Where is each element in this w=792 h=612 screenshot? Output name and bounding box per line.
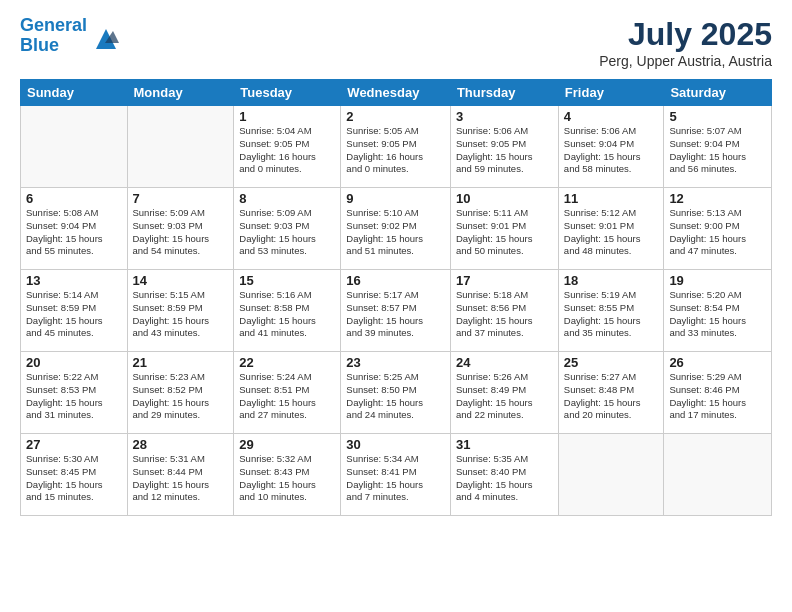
- calendar-cell: [21, 106, 128, 188]
- day-info: Sunrise: 5:10 AMSunset: 9:02 PMDaylight:…: [346, 207, 445, 258]
- weekday-header-saturday: Saturday: [664, 80, 772, 106]
- day-info: Sunrise: 5:18 AMSunset: 8:56 PMDaylight:…: [456, 289, 553, 340]
- calendar-cell: 10Sunrise: 5:11 AMSunset: 9:01 PMDayligh…: [450, 188, 558, 270]
- day-number: 20: [26, 355, 122, 370]
- day-number: 3: [456, 109, 553, 124]
- calendar-cell: 13Sunrise: 5:14 AMSunset: 8:59 PMDayligh…: [21, 270, 128, 352]
- day-info: Sunrise: 5:26 AMSunset: 8:49 PMDaylight:…: [456, 371, 553, 422]
- calendar-cell: 3Sunrise: 5:06 AMSunset: 9:05 PMDaylight…: [450, 106, 558, 188]
- calendar-table: SundayMondayTuesdayWednesdayThursdayFrid…: [20, 79, 772, 516]
- day-info: Sunrise: 5:04 AMSunset: 9:05 PMDaylight:…: [239, 125, 335, 176]
- day-info: Sunrise: 5:22 AMSunset: 8:53 PMDaylight:…: [26, 371, 122, 422]
- day-info: Sunrise: 5:16 AMSunset: 8:58 PMDaylight:…: [239, 289, 335, 340]
- calendar-cell: 15Sunrise: 5:16 AMSunset: 8:58 PMDayligh…: [234, 270, 341, 352]
- day-info: Sunrise: 5:27 AMSunset: 8:48 PMDaylight:…: [564, 371, 659, 422]
- day-number: 29: [239, 437, 335, 452]
- day-info: Sunrise: 5:17 AMSunset: 8:57 PMDaylight:…: [346, 289, 445, 340]
- calendar-cell: [664, 434, 772, 516]
- calendar-cell: 18Sunrise: 5:19 AMSunset: 8:55 PMDayligh…: [558, 270, 664, 352]
- week-row-2: 6Sunrise: 5:08 AMSunset: 9:04 PMDaylight…: [21, 188, 772, 270]
- day-info: Sunrise: 5:30 AMSunset: 8:45 PMDaylight:…: [26, 453, 122, 504]
- day-number: 7: [133, 191, 229, 206]
- day-number: 4: [564, 109, 659, 124]
- calendar-cell: 5Sunrise: 5:07 AMSunset: 9:04 PMDaylight…: [664, 106, 772, 188]
- weekday-header-friday: Friday: [558, 80, 664, 106]
- day-info: Sunrise: 5:24 AMSunset: 8:51 PMDaylight:…: [239, 371, 335, 422]
- day-info: Sunrise: 5:34 AMSunset: 8:41 PMDaylight:…: [346, 453, 445, 504]
- calendar-cell: 9Sunrise: 5:10 AMSunset: 9:02 PMDaylight…: [341, 188, 451, 270]
- week-row-4: 20Sunrise: 5:22 AMSunset: 8:53 PMDayligh…: [21, 352, 772, 434]
- day-number: 16: [346, 273, 445, 288]
- header: General Blue July 2025 Perg, Upper Austr…: [20, 16, 772, 69]
- calendar-cell: 26Sunrise: 5:29 AMSunset: 8:46 PMDayligh…: [664, 352, 772, 434]
- title-area: July 2025 Perg, Upper Austria, Austria: [599, 16, 772, 69]
- logo-icon: [91, 21, 121, 51]
- calendar-cell: 8Sunrise: 5:09 AMSunset: 9:03 PMDaylight…: [234, 188, 341, 270]
- calendar-cell: 21Sunrise: 5:23 AMSunset: 8:52 PMDayligh…: [127, 352, 234, 434]
- calendar-cell: 1Sunrise: 5:04 AMSunset: 9:05 PMDaylight…: [234, 106, 341, 188]
- week-row-3: 13Sunrise: 5:14 AMSunset: 8:59 PMDayligh…: [21, 270, 772, 352]
- day-info: Sunrise: 5:06 AMSunset: 9:04 PMDaylight:…: [564, 125, 659, 176]
- calendar-cell: 19Sunrise: 5:20 AMSunset: 8:54 PMDayligh…: [664, 270, 772, 352]
- location: Perg, Upper Austria, Austria: [599, 53, 772, 69]
- day-info: Sunrise: 5:20 AMSunset: 8:54 PMDaylight:…: [669, 289, 766, 340]
- day-number: 18: [564, 273, 659, 288]
- weekday-header-row: SundayMondayTuesdayWednesdayThursdayFrid…: [21, 80, 772, 106]
- week-row-5: 27Sunrise: 5:30 AMSunset: 8:45 PMDayligh…: [21, 434, 772, 516]
- weekday-header-wednesday: Wednesday: [341, 80, 451, 106]
- calendar-cell: 31Sunrise: 5:35 AMSunset: 8:40 PMDayligh…: [450, 434, 558, 516]
- day-info: Sunrise: 5:15 AMSunset: 8:59 PMDaylight:…: [133, 289, 229, 340]
- logo-text: General Blue: [20, 16, 87, 56]
- day-info: Sunrise: 5:06 AMSunset: 9:05 PMDaylight:…: [456, 125, 553, 176]
- day-number: 15: [239, 273, 335, 288]
- calendar-cell: 30Sunrise: 5:34 AMSunset: 8:41 PMDayligh…: [341, 434, 451, 516]
- day-number: 27: [26, 437, 122, 452]
- day-number: 25: [564, 355, 659, 370]
- week-row-1: 1Sunrise: 5:04 AMSunset: 9:05 PMDaylight…: [21, 106, 772, 188]
- day-number: 9: [346, 191, 445, 206]
- day-info: Sunrise: 5:09 AMSunset: 9:03 PMDaylight:…: [239, 207, 335, 258]
- day-number: 1: [239, 109, 335, 124]
- calendar-cell: 24Sunrise: 5:26 AMSunset: 8:49 PMDayligh…: [450, 352, 558, 434]
- day-number: 23: [346, 355, 445, 370]
- calendar-cell: 4Sunrise: 5:06 AMSunset: 9:04 PMDaylight…: [558, 106, 664, 188]
- day-info: Sunrise: 5:08 AMSunset: 9:04 PMDaylight:…: [26, 207, 122, 258]
- calendar-cell: 2Sunrise: 5:05 AMSunset: 9:05 PMDaylight…: [341, 106, 451, 188]
- day-info: Sunrise: 5:09 AMSunset: 9:03 PMDaylight:…: [133, 207, 229, 258]
- day-number: 11: [564, 191, 659, 206]
- day-info: Sunrise: 5:11 AMSunset: 9:01 PMDaylight:…: [456, 207, 553, 258]
- day-number: 12: [669, 191, 766, 206]
- calendar-cell: 25Sunrise: 5:27 AMSunset: 8:48 PMDayligh…: [558, 352, 664, 434]
- day-number: 21: [133, 355, 229, 370]
- calendar-cell: 28Sunrise: 5:31 AMSunset: 8:44 PMDayligh…: [127, 434, 234, 516]
- calendar-cell: 6Sunrise: 5:08 AMSunset: 9:04 PMDaylight…: [21, 188, 128, 270]
- calendar-cell: 29Sunrise: 5:32 AMSunset: 8:43 PMDayligh…: [234, 434, 341, 516]
- calendar-cell: 27Sunrise: 5:30 AMSunset: 8:45 PMDayligh…: [21, 434, 128, 516]
- calendar-cell: [127, 106, 234, 188]
- day-number: 22: [239, 355, 335, 370]
- weekday-header-tuesday: Tuesday: [234, 80, 341, 106]
- calendar-cell: 7Sunrise: 5:09 AMSunset: 9:03 PMDaylight…: [127, 188, 234, 270]
- day-info: Sunrise: 5:14 AMSunset: 8:59 PMDaylight:…: [26, 289, 122, 340]
- day-info: Sunrise: 5:23 AMSunset: 8:52 PMDaylight:…: [133, 371, 229, 422]
- day-number: 31: [456, 437, 553, 452]
- logo-blue: Blue: [20, 35, 59, 55]
- day-number: 24: [456, 355, 553, 370]
- day-info: Sunrise: 5:07 AMSunset: 9:04 PMDaylight:…: [669, 125, 766, 176]
- day-number: 17: [456, 273, 553, 288]
- day-number: 10: [456, 191, 553, 206]
- day-info: Sunrise: 5:25 AMSunset: 8:50 PMDaylight:…: [346, 371, 445, 422]
- day-number: 8: [239, 191, 335, 206]
- calendar-cell: [558, 434, 664, 516]
- calendar-cell: 12Sunrise: 5:13 AMSunset: 9:00 PMDayligh…: [664, 188, 772, 270]
- calendar-cell: 16Sunrise: 5:17 AMSunset: 8:57 PMDayligh…: [341, 270, 451, 352]
- day-number: 19: [669, 273, 766, 288]
- day-number: 26: [669, 355, 766, 370]
- calendar-cell: 11Sunrise: 5:12 AMSunset: 9:01 PMDayligh…: [558, 188, 664, 270]
- day-info: Sunrise: 5:32 AMSunset: 8:43 PMDaylight:…: [239, 453, 335, 504]
- day-info: Sunrise: 5:05 AMSunset: 9:05 PMDaylight:…: [346, 125, 445, 176]
- calendar-cell: 23Sunrise: 5:25 AMSunset: 8:50 PMDayligh…: [341, 352, 451, 434]
- day-number: 2: [346, 109, 445, 124]
- weekday-header-thursday: Thursday: [450, 80, 558, 106]
- weekday-header-sunday: Sunday: [21, 80, 128, 106]
